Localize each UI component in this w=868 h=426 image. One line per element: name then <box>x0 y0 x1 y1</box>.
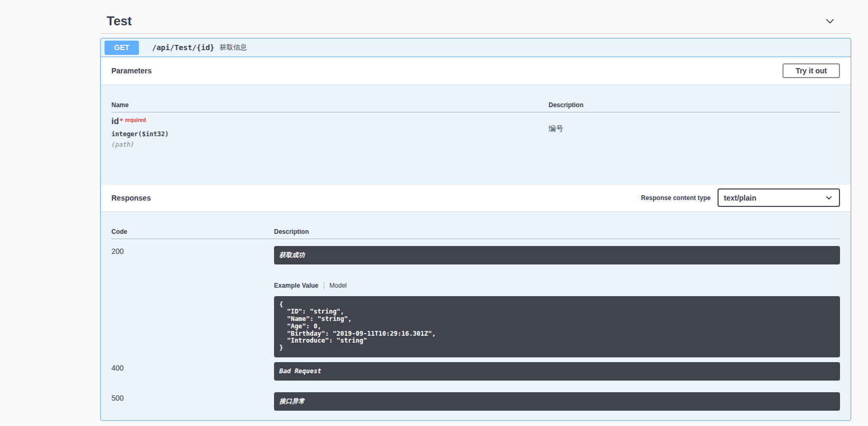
try-it-out-button[interactable]: Try it out <box>782 63 840 78</box>
response-code: 400 <box>111 364 274 372</box>
example-model-tabs: Example Value Model <box>274 282 840 289</box>
response-description-bar: 获取成功 <box>274 246 840 264</box>
parameter-type: integer($int32) <box>111 130 549 138</box>
parameters-description-column-header: Description <box>549 94 840 112</box>
responses-title: Responses <box>111 194 151 202</box>
required-star: * <box>120 117 122 125</box>
tab-example-value[interactable]: Example Value <box>274 282 318 289</box>
response-code: 200 <box>111 247 274 255</box>
response-content-type-group: Response content type text/plain <box>641 188 840 207</box>
chevron-down-icon[interactable] <box>825 16 835 26</box>
parameters-body: Name Description id*required integer($in… <box>101 84 851 185</box>
responses-description-column-header: Description <box>274 221 840 239</box>
chevron-down-icon <box>825 194 833 202</box>
example-value-code-block: { "ID": "string", "Name": "string", "Age… <box>274 296 840 358</box>
response-content-type-label: Response content type <box>641 194 711 202</box>
response-row-400: 400 Bad Request <box>111 362 840 381</box>
parameter-location: (path) <box>111 141 549 148</box>
responses-code-column-header: Code <box>111 221 274 239</box>
parameters-title: Parameters <box>111 67 152 75</box>
response-row-200: 200 获取成功 Example Value Model { "ID": "st… <box>111 239 840 362</box>
method-badge: GET <box>105 41 139 55</box>
operation-summary[interactable]: GET /api/Test/{id} 获取信息 <box>101 39 851 57</box>
response-description-bar: Bad Request <box>274 362 840 381</box>
parameter-description: 编号 <box>549 112 840 134</box>
page-title: Test <box>107 14 132 29</box>
operation-description: 获取信息 <box>220 43 247 52</box>
tag-header[interactable]: Test <box>100 0 851 34</box>
response-row-500: 500 接口异常 <box>111 381 840 411</box>
responses-body: Code Description 200 获取成功 Example Value <box>101 211 851 421</box>
parameters-table: Name Description id*required integer($in… <box>111 94 840 175</box>
operation-block-get: GET /api/Test/{id} 获取信息 Parameters Try i… <box>100 38 851 421</box>
responses-table: Code Description 200 获取成功 Example Value <box>111 221 840 411</box>
response-code: 500 <box>111 394 274 402</box>
tab-model[interactable]: Model <box>324 282 347 289</box>
parameter-row: id*required integer($int32) (path) 编号 <box>111 112 840 175</box>
parameter-name: id*required <box>111 117 549 126</box>
operation-path: /api/Test/{id} <box>152 43 214 52</box>
responses-header: Responses Response content type text/pla… <box>101 185 851 211</box>
parameters-header: Parameters Try it out <box>101 57 851 84</box>
required-label: required <box>125 117 146 123</box>
response-description-bar: 接口异常 <box>274 392 840 411</box>
response-content-type-select[interactable]: text/plain <box>718 188 840 207</box>
parameters-name-column-header: Name <box>111 94 549 112</box>
swagger-content: Test GET /api/Test/{id} 获取信息 Parameters … <box>100 0 851 421</box>
response-content-type-value: text/plain <box>724 194 756 202</box>
